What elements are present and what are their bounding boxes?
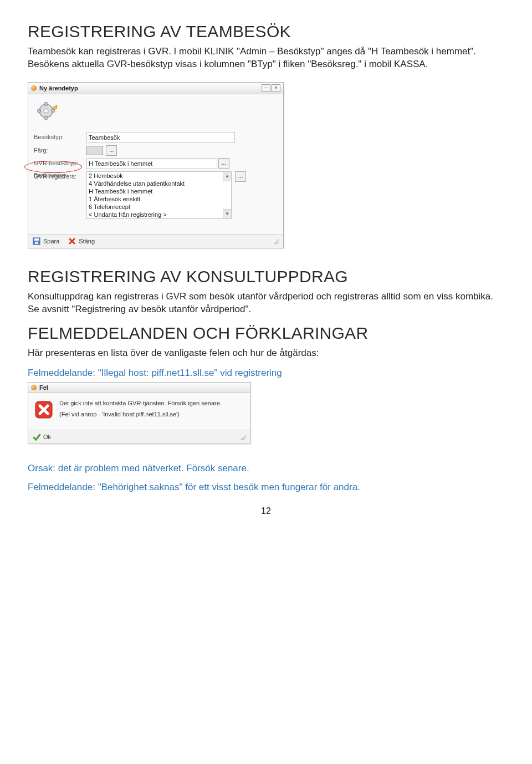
label-beskrivning: Beskrivning: [34,170,86,179]
dialog-fel: Fel Det gick inte att kontakta GVR-tjäns… [28,382,250,444]
scroll-up-icon[interactable]: ▲ [223,172,231,181]
floppy-icon [33,237,40,245]
check-icon [33,433,40,441]
scroll-down-icon[interactable]: ▼ [223,209,231,218]
label-farg: Färg: [34,145,86,154]
dropdown-item[interactable]: H Teambesök i hemmet [87,187,231,195]
error1-title: Felmeddelande: "Illegal host: piff.net11… [28,368,504,379]
dialog-ny-arendetyp: Ny ärendetyp [28,82,284,248]
gear-icon [37,102,58,124]
resize-grip[interactable] [272,238,279,245]
svg-rect-5 [52,110,54,112]
close-button[interactable] [272,84,280,92]
close-icon [68,237,76,245]
error-line2: (Fel vid anrop - 'Invalid host:piff.net1… [59,411,222,417]
input-besokstyp[interactable] [86,132,235,143]
ok-label: Ok [43,434,51,440]
error1-cause: Orsak: det är problem med nätverket. För… [28,463,504,474]
save-label: Spara [43,238,59,245]
dialog-fel-title: Fel [39,384,48,391]
resize-grip[interactable] [239,434,245,440]
dialog-titlebar: Ny ärendetyp [28,83,283,94]
error-line1: Det gick inte att kontakta GVR-tjänsten.… [59,400,222,406]
dropdown-gvr-registrera[interactable]: 2 Hembesök 4 Vårdhändelse utan patientko… [86,171,232,219]
color-swatch[interactable] [86,146,103,155]
gvr-reg-picker-button[interactable]: ... [235,171,246,182]
close-dialog-button[interactable]: Stäng [68,237,95,245]
dropdown-item[interactable]: < Undanta från registrering > [87,211,231,218]
heading-konsultuppdrag: REGISTRERING AV KONSULTUPPDRAG [28,267,504,286]
svg-point-1 [44,109,48,113]
dropdown-item[interactable]: 2 Hembesök [87,172,231,180]
label-gvr-besokstyp: GVR-besökstyp: [34,158,86,166]
dropdown-item[interactable]: 6 Telefonrecept [87,203,231,211]
dropdown-item[interactable]: 4 Vårdhändelse utan patientkontakt [87,180,231,187]
dropdown-item[interactable]: 1 Återbesök enskilt [87,195,231,203]
dialog-title-text: Ny ärendetyp [39,85,78,91]
svg-rect-4 [38,110,40,112]
svg-rect-3 [45,116,47,119]
save-button[interactable]: Spara [33,237,59,245]
input-gvr-besokstyp[interactable] [86,158,217,169]
body-konsultuppdrag: Konsultuppdrag kan registreras i GVR som… [28,291,504,316]
svg-rect-8 [35,242,38,244]
svg-rect-7 [34,238,39,241]
dialog-icon [31,385,37,390]
body-teambesok: Teambesök kan registreras i GVR. I mobil… [28,45,504,71]
color-picker-button[interactable]: ... [106,145,117,156]
svg-rect-2 [45,103,47,105]
dialog-icon [31,85,37,91]
minimize-button[interactable] [262,84,270,92]
ok-button[interactable]: Ok [33,433,51,441]
intro-felmeddelanden: Här presenteras en lista över de vanliga… [28,347,504,360]
label-besokstyp: Besökstyp: [34,132,86,140]
close-label: Stäng [79,238,95,245]
dialog-fel-titlebar: Fel [28,383,250,393]
gvr-picker-button[interactable]: ... [218,158,229,169]
page-number: 12 [28,506,504,516]
error2-title: Felmeddelande: "Behörighet saknas" för e… [28,482,504,493]
heading-felmeddelanden: FELMEDDELANDEN OCH FÖRKLARINGAR [28,324,504,343]
heading-teambesok: REGISTRERING AV TEAMBESÖK [28,22,504,41]
error-icon [34,400,54,420]
